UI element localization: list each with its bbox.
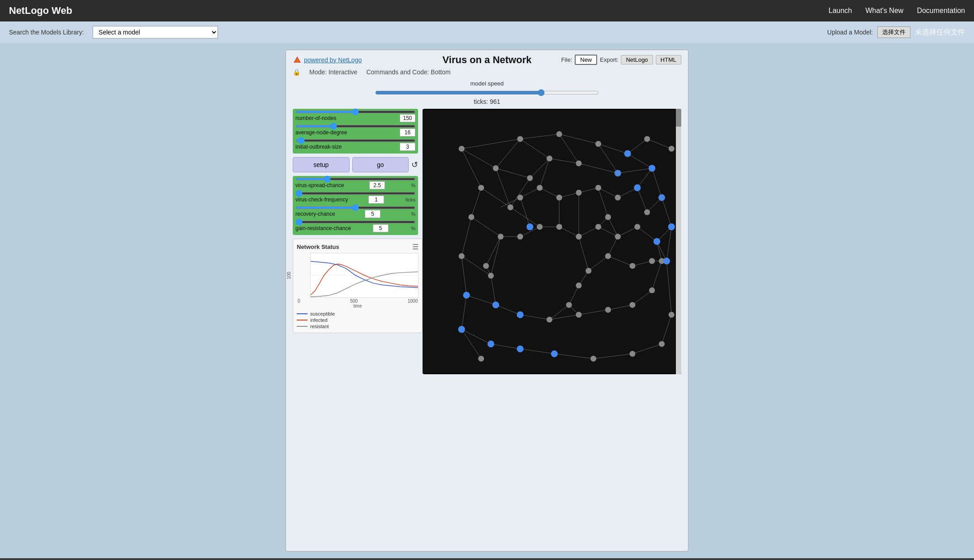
file-controls: File: New Export: NetLogo HTML [561, 55, 681, 65]
mode-bar: 🔒 Mode: Interactive Commands and Code: B… [293, 68, 681, 76]
nav-documentation[interactable]: Documentation [917, 7, 965, 15]
buttons-row: setup go ↺ [293, 157, 418, 172]
svg-point-140 [537, 185, 543, 191]
speed-slider-container [293, 89, 681, 96]
search-label: Search the Models Library: [9, 29, 84, 36]
mode-label: Mode: Interactive [309, 68, 357, 76]
main-content: powered by NetLogo Virus on a Network Fi… [0, 43, 974, 558]
freq-slider[interactable] [295, 192, 415, 195]
upload-button[interactable]: 选择文件 [877, 26, 910, 38]
svg-point-110 [469, 214, 474, 220]
outbreak-label: initial-outbreak-size [295, 144, 342, 150]
scrollbar-thumb[interactable] [676, 109, 681, 127]
export-html-button[interactable]: HTML [656, 55, 681, 64]
container-header: powered by NetLogo Virus on a Network Fi… [293, 55, 681, 65]
file-label: File: [561, 56, 572, 63]
svg-point-104 [527, 175, 533, 181]
slider-group-1: number-of-nodes 150 average-node-degree … [293, 109, 418, 154]
svg-point-105 [547, 156, 552, 162]
setup-button[interactable]: setup [293, 157, 350, 172]
outbreak-value: 3 [400, 143, 415, 151]
svg-point-97 [517, 136, 523, 142]
slider-row-degree [295, 125, 415, 128]
left-panel: number-of-nodes 150 average-node-degree … [293, 109, 418, 374]
speed-slider[interactable] [375, 89, 599, 96]
svg-point-130 [629, 351, 635, 357]
speed-section: model speed [293, 79, 681, 96]
export-netlogo-button[interactable]: NetLogo [621, 55, 653, 64]
upload-label: Upload a Model: [827, 29, 873, 36]
svg-point-100 [644, 136, 650, 142]
svg-point-115 [576, 234, 581, 239]
svg-point-164 [663, 257, 670, 264]
file-new-button[interactable]: New [575, 55, 597, 65]
model-select[interactable]: Select a model [93, 26, 218, 38]
slider-row-freq [295, 192, 415, 195]
svg-point-161 [658, 194, 665, 201]
degree-slider[interactable] [295, 125, 415, 128]
svg-point-96 [493, 165, 499, 171]
svg-point-117 [615, 234, 621, 239]
x-tick-500: 500 [350, 299, 358, 304]
header-nav: Launch What's New Documentation [829, 7, 965, 15]
recovery-slider[interactable] [295, 206, 415, 209]
svg-point-167 [517, 311, 523, 318]
scrollbar[interactable] [676, 109, 681, 374]
svg-point-137 [576, 312, 581, 317]
svg-point-98 [556, 131, 562, 137]
svg-point-159 [615, 170, 621, 176]
spread-value: 2.5 [369, 181, 385, 189]
chart-x-label: time [297, 304, 419, 308]
netlogo-link[interactable]: powered by NetLogo [293, 56, 362, 64]
svg-point-131 [659, 341, 665, 347]
topbar: Search the Models Library: Select a mode… [0, 21, 974, 43]
slider-row-spread [295, 178, 415, 180]
svg-point-114 [556, 224, 562, 230]
svg-point-121 [459, 253, 465, 259]
chart-container: Network Status ☰ 100 0 [293, 239, 423, 333]
chart-y-axis-area: 100 0 [297, 253, 310, 298]
svg-point-111 [498, 234, 504, 239]
nodes-slider[interactable] [295, 111, 415, 113]
freq-value: 1 [368, 196, 384, 204]
chart-legend: susceptible infected resistant [297, 311, 419, 329]
go-button[interactable]: go [352, 157, 409, 172]
nav-whats-new[interactable]: What's New [866, 7, 904, 15]
svg-point-134 [649, 287, 655, 293]
svg-point-156 [478, 356, 484, 362]
degree-value: 16 [400, 128, 415, 137]
commands-label: Commands and Code: Bottom [366, 68, 450, 76]
svg-point-165 [463, 292, 470, 299]
svg-point-142 [556, 195, 562, 201]
svg-point-168 [458, 326, 465, 333]
svg-point-145 [615, 195, 621, 201]
nodes-label: number-of-nodes [295, 115, 336, 121]
upload-section: Upload a Model: 选择文件 未选择任何文件 [827, 26, 965, 38]
chart-menu-icon[interactable]: ☰ [412, 243, 419, 251]
svg-point-118 [634, 224, 640, 230]
right-panel [423, 109, 681, 374]
svg-point-151 [649, 258, 655, 264]
svg-point-101 [669, 146, 675, 152]
svg-point-132 [669, 312, 675, 317]
svg-point-150 [629, 263, 635, 269]
svg-point-160 [634, 184, 641, 191]
netlogo-container: powered by NetLogo Virus on a Network Fi… [286, 50, 688, 551]
chart-title-bar: Network Status ☰ [297, 243, 419, 251]
chart-title: Network Status [297, 244, 339, 250]
svg-point-129 [590, 356, 596, 362]
svg-point-149 [605, 253, 611, 259]
infected-label: infected [310, 317, 328, 323]
svg-point-162 [668, 223, 675, 230]
legend-resistant: resistant [297, 324, 419, 329]
nav-launch[interactable]: Launch [829, 7, 852, 15]
x-tick-0: 0 [298, 299, 300, 304]
svg-point-116 [595, 224, 601, 230]
outbreak-slider[interactable] [295, 139, 415, 142]
svg-point-170 [517, 346, 523, 352]
resistant-label: resistant [310, 324, 329, 329]
reload-icon[interactable]: ↺ [411, 160, 418, 170]
resistance-slider[interactable] [295, 221, 415, 223]
susceptible-line-icon [297, 313, 308, 314]
spread-slider[interactable] [295, 178, 415, 180]
